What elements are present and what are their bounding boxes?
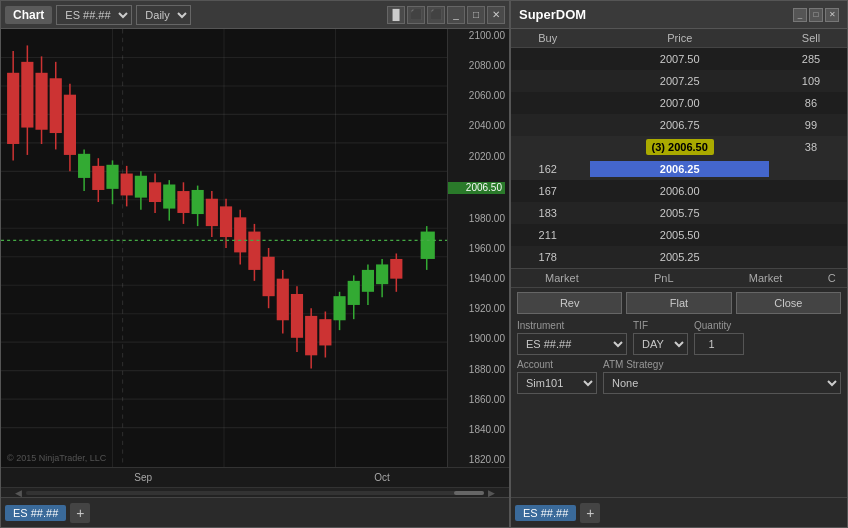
table-row[interactable]: 178 2005.25 — [511, 246, 847, 268]
price-cell-bid: 2006.25 — [584, 158, 774, 180]
price-label-6: 1980.00 — [448, 214, 509, 224]
superdom-close[interactable]: ✕ — [825, 8, 839, 22]
scrollbar-track[interactable] — [26, 491, 484, 495]
scrollbar-thumb[interactable] — [454, 491, 484, 495]
svg-rect-71 — [376, 264, 388, 284]
table-row[interactable]: 167 2006.00 — [511, 180, 847, 202]
current-ask-price: (3) 2006.50 — [646, 139, 714, 155]
rev-button[interactable]: Rev — [517, 292, 622, 314]
price-cell: 2005.50 — [584, 224, 774, 246]
svg-rect-29 — [78, 154, 90, 178]
price-label-3: 2040.00 — [448, 121, 509, 131]
price-label-12: 1860.00 — [448, 395, 509, 405]
atm-dropdown[interactable]: None — [603, 372, 841, 394]
sell-cell: 285 — [775, 48, 847, 70]
table-row[interactable]: 2006.75 99 — [511, 114, 847, 136]
table-row[interactable]: 2007.25 109 — [511, 70, 847, 92]
quantity-group: Quantity — [694, 320, 744, 355]
time-label-oct: Oct — [374, 472, 390, 483]
quantity-input[interactable] — [694, 333, 744, 355]
price-label-7: 1960.00 — [448, 244, 509, 254]
tif-label: TIF — [633, 320, 688, 331]
copyright: © 2015 NinjaTrader, LLC — [7, 453, 106, 463]
chart-area[interactable]: © 2015 NinjaTrader, LLC — [1, 29, 447, 467]
bars-icon[interactable]: ▐▌ — [387, 6, 405, 24]
close-button[interactable]: Close — [736, 292, 841, 314]
sell-cell — [775, 180, 847, 202]
svg-rect-35 — [121, 174, 133, 196]
price-label-1: 2080.00 — [448, 61, 509, 71]
svg-rect-75 — [421, 232, 435, 259]
timeframe-select[interactable]: Daily — [136, 5, 191, 25]
chart-type-icon[interactable]: ⬛ — [407, 6, 425, 24]
sell-cell — [775, 224, 847, 246]
superdom-maximize[interactable]: □ — [809, 8, 823, 22]
price-label-8: 1940.00 — [448, 274, 509, 284]
price-label-14: 1820.00 — [448, 455, 509, 465]
scroll-right-arrow[interactable]: ▶ — [488, 488, 495, 498]
buy-cell: 211 — [511, 224, 584, 246]
table-row[interactable]: 183 2005.75 — [511, 202, 847, 224]
account-dropdown[interactable]: Sim101 — [517, 372, 597, 394]
svg-rect-57 — [277, 279, 289, 321]
chart-scrollbar[interactable]: ◀ ▶ — [1, 487, 509, 497]
sell-cell — [775, 202, 847, 224]
chart-titlebar: Chart ES ##.## Daily ▐▌ ⬛ ⬛ _ □ ✕ — [1, 1, 509, 29]
time-axis: Sep Oct — [1, 467, 509, 487]
table-row[interactable]: 2007.50 285 — [511, 48, 847, 70]
instrument-select[interactable]: ES ##.## — [56, 5, 132, 25]
price-label-9: 1920.00 — [448, 304, 509, 314]
buy-cell: 167 — [511, 180, 584, 202]
table-row[interactable]: 211 2005.50 — [511, 224, 847, 246]
maximize-icon[interactable]: □ — [467, 6, 485, 24]
price-label-5: 2006.50 — [448, 182, 509, 194]
instrument-dropdown[interactable]: ES ##.## — [517, 333, 627, 355]
scroll-left-arrow[interactable]: ◀ — [15, 488, 22, 498]
price-axis: 2100.00 2080.00 2060.00 2040.00 2020.00 … — [447, 29, 509, 467]
price-cell: 2007.50 — [584, 48, 774, 70]
price-cell: 2006.00 — [584, 180, 774, 202]
svg-rect-73 — [390, 259, 402, 279]
flat-button[interactable]: Flat — [626, 292, 731, 314]
chart-panel: Chart ES ##.## Daily ▐▌ ⬛ ⬛ _ □ ✕ — [0, 0, 510, 528]
chart-tab-add[interactable]: + — [70, 503, 90, 523]
svg-rect-19 — [7, 73, 19, 144]
dom-tab-add[interactable]: + — [580, 503, 600, 523]
svg-rect-37 — [135, 176, 147, 198]
price-label-0: 2100.00 — [448, 31, 509, 41]
instrument-tif-qty-row: Instrument ES ##.## TIF DAY Quantity — [517, 320, 841, 355]
atm-label: ATM Strategy — [603, 359, 841, 370]
chart-tab[interactable]: ES ##.## — [5, 505, 66, 521]
pnl-label[interactable]: PnL — [613, 272, 715, 284]
market-sell-label[interactable]: Market — [715, 272, 817, 284]
col-price-header: Price — [584, 29, 774, 48]
c-label[interactable]: C — [816, 272, 847, 284]
market-buy-label[interactable]: Market — [511, 272, 613, 284]
superdom-minimize[interactable]: _ — [793, 8, 807, 22]
chart-tab-bar: ES ##.## + — [1, 497, 509, 527]
minimize-icon[interactable]: _ — [447, 6, 465, 24]
sell-cell-ask: 38 — [775, 136, 847, 158]
tif-group: TIF DAY — [633, 320, 688, 355]
account-label: Account — [517, 359, 597, 370]
tif-dropdown[interactable]: DAY — [633, 333, 688, 355]
close-icon[interactable]: ✕ — [487, 6, 505, 24]
current-ask-row[interactable]: (3) 2006.50 38 — [511, 136, 847, 158]
current-bid-row[interactable]: 162 2006.25 — [511, 158, 847, 180]
price-cell: 2007.00 — [584, 92, 774, 114]
price-cell: 2005.75 — [584, 202, 774, 224]
svg-rect-53 — [248, 232, 260, 270]
svg-rect-55 — [263, 257, 275, 296]
atm-group: ATM Strategy None — [603, 359, 841, 394]
buy-cell: 183 — [511, 202, 584, 224]
svg-rect-69 — [362, 270, 374, 292]
chart-type2-icon[interactable]: ⬛ — [427, 6, 445, 24]
price-label-13: 1840.00 — [448, 425, 509, 435]
table-row[interactable]: 2007.00 86 — [511, 92, 847, 114]
sell-cell — [775, 246, 847, 268]
buy-cell — [511, 92, 584, 114]
instrument-label: Instrument — [517, 320, 627, 331]
dom-tab[interactable]: ES ##.## — [515, 505, 576, 521]
price-label-2: 2060.00 — [448, 91, 509, 101]
quantity-label: Quantity — [694, 320, 744, 331]
